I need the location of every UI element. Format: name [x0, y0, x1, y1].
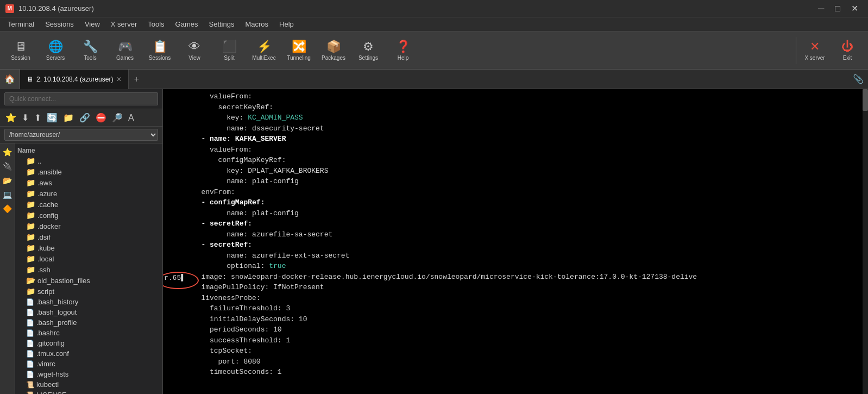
folder-item-dotdot[interactable]: 📁 ..: [15, 155, 162, 166]
nav-terminal[interactable]: 💻: [1, 188, 14, 201]
file-item-wget-hsts[interactable]: 📄 .wget-hsts: [15, 369, 162, 379]
nav-connect[interactable]: 🔌: [1, 160, 14, 173]
file-item-bashrc[interactable]: 📄 .bashrc: [15, 328, 162, 338]
sidebar-tool-6[interactable]: 🔎: [110, 111, 125, 124]
folder-item-script[interactable]: 📁 script: [15, 286, 162, 297]
tools-button[interactable]: 🔧 Tools: [74, 34, 106, 67]
packages-button[interactable]: 📦 Packages: [317, 34, 350, 67]
file-item-gitconfig[interactable]: 📄 .gitconfig: [15, 338, 162, 348]
sidebar-tool-stop[interactable]: ⛔: [93, 111, 109, 124]
close-button[interactable]: ✕: [847, 2, 863, 15]
exit-button[interactable]: ⏻ Exit: [831, 34, 864, 67]
file-item-bash-history[interactable]: 📄 .bash_history: [15, 297, 162, 307]
multiexec-icon: ⚡: [257, 40, 272, 54]
menu-settings[interactable]: Settings: [204, 19, 240, 29]
xserver-label: X server: [804, 55, 825, 61]
file-icon: 📄: [26, 319, 34, 327]
file-item-vimrc[interactable]: 📄 .vimrc: [15, 359, 162, 369]
file-item-bash-logout[interactable]: 📄 .bash_logout: [15, 307, 162, 317]
menu-xserver[interactable]: X server: [105, 19, 142, 29]
folder-item-dsif[interactable]: 📁 .dsif: [15, 232, 162, 242]
menu-games[interactable]: Games: [170, 19, 204, 29]
file-item-license[interactable]: 📜 LICENSE: [15, 390, 162, 394]
terminal-line-12: name: plat-config: [167, 208, 864, 219]
folder-item-ssh[interactable]: 📁 .ssh: [15, 264, 162, 275]
file-wget-hsts-label: .wget-hsts: [36, 370, 68, 378]
folder-item-config[interactable]: 📁 .config: [15, 210, 162, 221]
terminal-line-13: - secretRef:: [167, 218, 864, 229]
sessions-button[interactable]: 📋 Sessions: [143, 34, 176, 67]
folder-item-local[interactable]: 📁 .local: [15, 253, 162, 264]
folder-item-azure[interactable]: 📁 .azure: [15, 188, 162, 199]
file-item-kubectl[interactable]: 📜 kubectl: [15, 379, 162, 390]
scroll-indicator[interactable]: [863, 89, 868, 394]
file-item-tmux[interactable]: 📄 .tmux.conf: [15, 348, 162, 359]
file-bash-profile-label: .bash_profile: [36, 318, 77, 327]
view-button[interactable]: 👁 View: [178, 34, 211, 67]
tab-session-2[interactable]: 🖥 2. 10.10.208.4 (azureuser) ✕: [20, 70, 129, 89]
terminal-area[interactable]: valueFrom: secretKeyRef: key: KC_ADMIN_P…: [163, 89, 868, 394]
menu-tools[interactable]: Tools: [142, 19, 169, 29]
sidebar-tool-1[interactable]: ⬇: [20, 111, 31, 124]
terminal-line-16: name: azurefile-ext-sa-secret: [167, 251, 864, 261]
sidebar-tool-5[interactable]: 🔗: [77, 111, 92, 124]
packages-icon: 📦: [326, 40, 341, 54]
nav-settings[interactable]: 🔶: [1, 202, 14, 215]
sidebar-tool-7[interactable]: A: [126, 112, 136, 124]
terminal-line-17: optional: true: [167, 261, 864, 272]
terminal-content: valueFrom: secretKeyRef: key: KC_ADMIN_P…: [167, 91, 864, 392]
nav-files[interactable]: 📂: [1, 174, 14, 187]
folder-item-docker[interactable]: 📁 .docker: [15, 221, 162, 232]
sidebar-tool-3[interactable]: 🔄: [45, 111, 60, 124]
sidebar-tool-4[interactable]: 📁: [61, 111, 76, 124]
file-kubectl-label: kubectl: [36, 380, 59, 389]
path-selector[interactable]: /home/azureuser/: [4, 129, 158, 141]
view-icon: 👁: [188, 40, 200, 54]
exit-label: Exit: [843, 55, 852, 61]
terminal-line-1: valueFrom:: [167, 91, 864, 102]
terminal-line-22: initialDelaySeconds: 10: [167, 314, 864, 325]
servers-label: Servers: [46, 55, 65, 61]
tunneling-button[interactable]: 🔀 Tunneling: [282, 34, 315, 67]
folder-item-kube[interactable]: 📁 .kube: [15, 242, 162, 253]
folder-item-ansible[interactable]: 📁 .ansible: [15, 166, 162, 177]
folder-item-old-bastion[interactable]: 📂 old_bastion_files: [15, 275, 162, 286]
terminal-line-14: name: azurefile-sa-secret: [167, 229, 864, 240]
quick-connect-input[interactable]: [4, 92, 158, 105]
window-controls[interactable]: ─ □ ✕: [814, 2, 863, 15]
session-button[interactable]: 🖥 Session: [4, 34, 37, 67]
settings-button[interactable]: ⚙ Settings: [352, 34, 385, 67]
exit-icon: ⏻: [841, 40, 853, 54]
minimize-button[interactable]: ─: [814, 2, 828, 15]
sidebar-tool-2[interactable]: ⬆: [32, 111, 43, 124]
file-gitconfig-label: .gitconfig: [36, 339, 65, 347]
folder-azure-label: .azure: [37, 190, 57, 198]
folder-item-cache[interactable]: 📁 .cache: [15, 199, 162, 210]
multiexec-button[interactable]: ⚡ MultiExec: [248, 34, 280, 67]
menu-macros[interactable]: Macros: [240, 19, 274, 29]
servers-icon: 🌐: [48, 40, 63, 54]
servers-button[interactable]: 🌐 Servers: [39, 34, 72, 67]
home-tab-button[interactable]: 🏠: [0, 70, 20, 89]
left-nav: ⭐ 🔌 📂 💻 🔶: [0, 143, 15, 394]
split-button[interactable]: ⬛ Split: [213, 34, 246, 67]
file-item-bash-profile[interactable]: 📄 .bash_profile: [15, 317, 162, 328]
menu-view[interactable]: View: [79, 19, 105, 29]
menu-sessions[interactable]: Sessions: [40, 19, 79, 29]
menu-help[interactable]: Help: [274, 19, 299, 29]
bookmark-button[interactable]: ⭐: [3, 111, 18, 124]
help-button[interactable]: ❓ Help: [387, 34, 419, 67]
file-icon: 📄: [26, 329, 34, 337]
maximize-button[interactable]: □: [831, 2, 845, 15]
tab-close-button[interactable]: ✕: [116, 76, 122, 83]
packages-label: Packages: [322, 55, 345, 61]
menu-terminal[interactable]: Terminal: [2, 19, 40, 29]
folder-item-aws[interactable]: 📁 .aws: [15, 177, 162, 188]
folder-icon: 📁: [26, 254, 35, 263]
nav-bookmark[interactable]: ⭐: [1, 146, 14, 159]
new-tab-button[interactable]: +: [129, 70, 144, 89]
games-button[interactable]: 🎮 Games: [109, 34, 141, 67]
xserver-button[interactable]: ✕ X server: [798, 34, 831, 67]
sessions-icon: 📋: [153, 40, 167, 54]
scroll-thumb[interactable]: [863, 89, 868, 111]
